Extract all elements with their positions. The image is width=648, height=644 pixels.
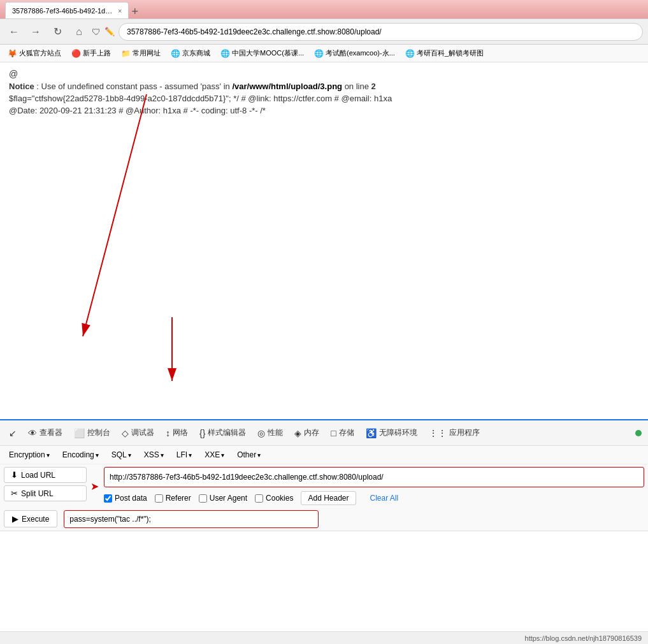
encryption-label: Encryption xyxy=(9,450,45,459)
hackbar-menu-xxe[interactable]: XXE ▾ xyxy=(199,448,229,461)
flag-line: $flag="ctfshow{22ad5278-1bb8-4d99-a2c0-1… xyxy=(9,94,639,103)
reload-button[interactable]: ↻ xyxy=(48,23,66,41)
encoding-dropdown-icon: ▾ xyxy=(96,452,99,459)
post-data-checkbox[interactable] xyxy=(104,494,112,503)
bookmarks-bar: 🦊 火狐官方站点 🔴 新手上路 📁 常用网址 🌐 京东商城 🌐 中国大学MOOC… xyxy=(0,45,648,62)
devtools-inspect-button[interactable]: ↙ xyxy=(4,426,22,441)
execute-row: ▶ Execute xyxy=(0,508,648,531)
application-icon: ⋮⋮ xyxy=(429,428,447,438)
referer-checkbox-label[interactable]: Referer xyxy=(155,494,191,503)
bookmark-item[interactable]: 🌐 京东商城 xyxy=(167,47,214,59)
bookmark-item[interactable]: 📁 常用网址 xyxy=(117,47,164,59)
active-status-dot xyxy=(635,430,642,436)
post-data-checkbox-label[interactable]: Post data xyxy=(104,494,147,503)
hackbar-url-area: Post data Referer User Agent Cookies Add… xyxy=(104,467,644,505)
security-shield-icon: 🛡 xyxy=(92,27,101,37)
inspect-icon: ↙ xyxy=(9,428,17,438)
date-line: @Date: 2020-09-21 21:31:23 # @Author: h1… xyxy=(9,106,639,115)
performance-icon: ◎ xyxy=(257,428,265,438)
devtools-debugger-button[interactable]: ◇ 调试器 xyxy=(117,425,159,441)
devtools-style-label: 样式编辑器 xyxy=(208,427,246,438)
bookmark-icon: 🦊 xyxy=(8,49,17,58)
devtools-storage-label: 存储 xyxy=(339,427,354,438)
execute-button[interactable]: ▶ Execute xyxy=(4,510,57,527)
new-tab-button[interactable]: + xyxy=(131,5,138,18)
address-bar-row: ← → ↻ ⌂ 🛡 ✏️ xyxy=(0,19,648,45)
hackbar-menu-lfi[interactable]: LFI ▾ xyxy=(171,448,197,461)
referer-checkbox[interactable] xyxy=(155,494,163,503)
devtools-console-button[interactable]: ⬜ 控制台 xyxy=(69,425,115,441)
devtools-network-button[interactable]: ↕ 网络 xyxy=(161,425,193,441)
url-input[interactable] xyxy=(104,467,644,487)
devtools-storage-button[interactable]: □ 存储 xyxy=(326,425,359,441)
bookmark-item[interactable]: 🌐 考试酷(examcoo)-永... xyxy=(310,47,399,59)
browser-chrome: 35787886-7ef3-46b5-b492-1d19deec2e3c.cha… xyxy=(0,0,648,19)
devtools-performance-button[interactable]: ◎ 性能 xyxy=(252,425,288,441)
hackbar-menu-other[interactable]: Other ▾ xyxy=(232,448,266,461)
notice-line: Notice : Use of undefined constant pass … xyxy=(9,82,639,91)
address-input[interactable] xyxy=(119,23,643,41)
add-header-label: Add Header xyxy=(308,494,349,503)
cookies-checkbox-label[interactable]: Cookies xyxy=(255,494,293,503)
split-url-button[interactable]: ✂ Split URL xyxy=(4,485,87,501)
hackbar-menu-encoding[interactable]: Encoding ▾ xyxy=(57,448,104,461)
referer-label: Referer xyxy=(166,494,191,503)
devtools-application-button[interactable]: ⋮⋮ 应用程序 xyxy=(424,425,485,441)
tab-close-button[interactable]: × xyxy=(118,7,122,15)
accessibility-icon: ♿ xyxy=(366,428,377,438)
notice-label: Notice xyxy=(9,82,34,91)
home-button[interactable]: ⌂ xyxy=(70,23,88,41)
page-content-area: @ Notice : Use of undefined constant pas… xyxy=(0,62,648,419)
clear-all-button[interactable]: Clear All xyxy=(364,492,405,504)
devtools-style-editor-button[interactable]: {} 样式编辑器 xyxy=(194,425,251,441)
load-url-icon: ⬇ xyxy=(11,470,18,480)
bookmark-label: 火狐官方站点 xyxy=(19,48,61,58)
red-arrow-annotation xyxy=(0,62,648,419)
devtools-accessibility-button[interactable]: ♿ 无障碍环境 xyxy=(361,425,422,441)
notice-end: on line xyxy=(345,82,371,91)
back-button[interactable]: ← xyxy=(5,23,23,41)
sql-dropdown-icon: ▾ xyxy=(128,452,131,459)
bookmark-icon: 📁 xyxy=(121,49,131,58)
other-label: Other xyxy=(237,450,256,459)
devtools-viewer-label: 查看器 xyxy=(40,427,62,438)
post-data-input[interactable] xyxy=(64,510,319,528)
bookmark-icon: 🔴 xyxy=(71,49,81,58)
cookies-checkbox[interactable] xyxy=(255,494,263,503)
bookmark-label: 新手上路 xyxy=(83,48,111,58)
bookmark-label: 考试酷(examcoo)-永... xyxy=(326,48,395,58)
encryption-dropdown-icon: ▾ xyxy=(47,452,50,459)
network-icon: ↕ xyxy=(166,428,170,438)
devtools-debugger-label: 调试器 xyxy=(131,427,154,438)
status-bar: https://blog.csdn.net/njh18790816539 xyxy=(0,631,648,644)
hackbar-main-row: ⬇ Load URL ✂ Split URL ➤ Post data Refer… xyxy=(0,464,648,508)
style-editor-icon: {} xyxy=(199,428,205,438)
active-tab[interactable]: 35787886-7ef3-46b5-b492-1d19deec2e3c.cha… xyxy=(5,2,129,18)
bookmark-item[interactable]: 🌐 中国大学MOOC(慕课... xyxy=(217,47,308,59)
lfi-label: LFI xyxy=(176,450,187,459)
add-header-button[interactable]: Add Header xyxy=(301,491,356,505)
load-url-button[interactable]: ⬇ Load URL xyxy=(4,467,87,483)
xss-label: XSS xyxy=(144,450,159,459)
clear-all-label: Clear All xyxy=(370,494,399,503)
storage-icon: □ xyxy=(331,428,336,438)
tab-title: 35787886-7ef3-46b5-b492-1d19deec2e3c.cha… xyxy=(12,7,114,15)
forward-button[interactable]: → xyxy=(27,23,45,41)
devtools-perf-label: 性能 xyxy=(268,427,283,438)
cookies-label: Cookies xyxy=(266,494,293,503)
user-agent-checkbox-label[interactable]: User Agent xyxy=(199,494,247,503)
execute-icon: ▶ xyxy=(12,514,18,524)
bookmark-item[interactable]: 🦊 火狐官方站点 xyxy=(4,47,65,59)
bookmark-item[interactable]: 🌐 考研百科_解锁考研图 xyxy=(401,47,487,59)
user-agent-checkbox[interactable] xyxy=(199,494,207,503)
bookmark-label: 常用网址 xyxy=(133,48,161,58)
hackbar-menu-xss[interactable]: XSS ▾ xyxy=(139,448,169,461)
hackbar-menu-row: Encryption ▾ Encoding ▾ SQL ▾ XSS ▾ LFI … xyxy=(0,446,648,464)
devtools-viewer-button[interactable]: 👁 查看器 xyxy=(23,425,68,441)
hackbar-menu-encryption[interactable]: Encryption ▾ xyxy=(4,448,55,461)
notice-text: : Use of undefined constant pass - assum… xyxy=(36,82,232,91)
bookmark-item[interactable]: 🔴 新手上路 xyxy=(68,47,115,59)
xss-dropdown-icon: ▾ xyxy=(161,452,164,459)
devtools-memory-button[interactable]: ◈ 内存 xyxy=(289,425,324,441)
hackbar-menu-sql[interactable]: SQL ▾ xyxy=(106,448,136,461)
